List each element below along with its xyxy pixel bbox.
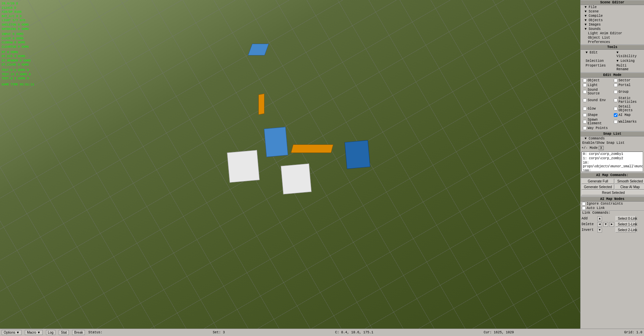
cb-sound-source[interactable]: Sound Source	[582, 88, 612, 96]
tool-multi-rename[interactable]: Multi Rename	[612, 64, 643, 72]
snap-item-1[interactable]: 1: corps\corp_zomby2	[582, 156, 643, 161]
link-delete-left-arrow[interactable]: ◄	[597, 222, 602, 227]
link-add-label: Add	[582, 217, 597, 220]
right-panel: Scene Editor ▼ File ▼ Scene ▼ Compile ▼ …	[580, 0, 644, 329]
cb-portal[interactable]: Portal	[612, 83, 643, 87]
top-menu-section: ▼ File ▼ Scene ▼ Compile ▼ Objects ▼ Ima…	[581, 5, 644, 45]
viewport[interactable]: 28.6/20 D 212416 D AIR/DP 8196 BAT_A/C 0…	[0, 0, 580, 329]
menu-file[interactable]: ▼ File	[581, 5, 644, 9]
tool-edit[interactable]: ▼ Edit	[582, 50, 612, 58]
link-commands-label-row: Link Commands:	[581, 211, 644, 215]
link-delete-label: Delete	[582, 222, 597, 226]
enable-snap-row[interactable]: Enable/Show Snap List	[581, 141, 644, 145]
auto-link-label: Auto Link	[587, 206, 605, 210]
cb-detail-objects[interactable]: Detail Objects	[612, 104, 643, 113]
cb-light[interactable]: Light	[582, 83, 612, 87]
btn-select-0-link[interactable]: Select 0-Link	[615, 216, 636, 221]
btn-select-2-link[interactable]: Select 2-Link	[615, 227, 636, 233]
bottom-stat[interactable]: Stat	[59, 330, 69, 335]
bottom-bar: Options ▼ Macro ▼ Log Stat Break Status:…	[0, 329, 644, 336]
btn-reset-selected[interactable]: Reset Selected	[582, 190, 644, 195]
ai-map-nodes-section: Ignore Constraints Auto Link	[581, 202, 644, 211]
link-commands-section: Add ▲ Select 0-Link Delete ◄ ▼ ► Select …	[581, 215, 644, 234]
snap-item-10[interactable]: 10: props\objects\munor_small\munor_o...	[582, 161, 643, 169]
bottom-cursor-info: C: 8.4, 18.6, 175.1	[335, 331, 374, 334]
cb-shape[interactable]: Shape	[582, 113, 612, 117]
mode-row: +/- Mode X	[581, 145, 644, 151]
link-add-up-arrow[interactable]: ▲	[597, 216, 602, 221]
menu-light-anim[interactable]: Light Anim Editor	[581, 31, 644, 36]
menu-sounds[interactable]: ▼ Sounds	[581, 27, 644, 31]
btn-select-1-link[interactable]: Select 1-Link	[615, 222, 636, 227]
orange-tile-2	[291, 144, 334, 153]
cb-sound-env[interactable]: Sound Env	[582, 96, 612, 104]
ai-map-commands-title: AI Map Commands:	[581, 173, 644, 178]
cb-glow[interactable]: Glow	[582, 104, 612, 113]
bottom-log[interactable]: Log	[46, 330, 56, 335]
menu-compile[interactable]: ▼ Compile	[581, 14, 644, 18]
white-tile-2	[281, 163, 311, 194]
snap-commands[interactable]: ▼ Commands	[581, 136, 644, 141]
tool-properties[interactable]: Properties	[582, 64, 612, 72]
link-invert-label: Invert	[582, 228, 597, 232]
ai-map-nodes-title: AI Map Nodes	[581, 197, 644, 202]
bottom-options[interactable]: Options ▼	[2, 330, 21, 335]
cb-object[interactable]: Object	[582, 78, 612, 83]
btn-generate-selected[interactable]: Generate Selected	[582, 184, 614, 190]
menu-scene[interactable]: ▼ Scene	[581, 9, 644, 14]
menu-preferences[interactable]: Preferences	[581, 40, 644, 44]
link-delete-right-arrow[interactable]: ►	[609, 222, 614, 227]
btn-smooth-selected[interactable]: Smooth Selected	[615, 179, 644, 184]
cb-auto-link[interactable]: Auto Link	[581, 206, 644, 210]
menu-object-list[interactable]: Object List	[581, 36, 644, 40]
blue-tile-main	[264, 127, 288, 157]
main-area: 28.6/20 D 212416 D AIR/DP 8196 BAT_A/C 0…	[0, 0, 644, 329]
edit-mode-title: Edit Mode	[581, 73, 644, 78]
ai-map-commands-section: Generate Full Smooth Selected Generate S…	[581, 178, 644, 197]
scene-title: Scene Editor	[581, 0, 644, 5]
tools-title: Tools	[581, 45, 644, 50]
bottom-macro[interactable]: Macro ▼	[25, 330, 42, 335]
snap-list-section: ▼ Commands Enable/Show Snap List +/- Mod…	[581, 136, 644, 173]
cb-static-particles[interactable]: Static Particles	[612, 96, 643, 104]
link-row-delete: Delete ◄ ▼ ► Select 1-Link	[582, 221, 643, 227]
blue-tile-2	[345, 140, 370, 169]
snap-item-100[interactable]: 100: props\objects\munor_oskolok\mun...	[582, 169, 643, 172]
cb-way-points[interactable]: Way Points	[582, 126, 612, 130]
btn-generate-full[interactable]: Generate Full	[582, 179, 614, 184]
cb-sector[interactable]: Sector	[612, 78, 643, 83]
edit-mode-checkboxes: Object Sector Light Portal Sound Source …	[581, 78, 644, 131]
snap-list-area[interactable]: 0: corps\corp_zomby1 1: corps\corp_zomby…	[582, 152, 643, 172]
mode-x-button[interactable]: X	[599, 146, 604, 150]
link-delete-down-arrow[interactable]: ▼	[603, 222, 608, 227]
link-invert-down-arrow[interactable]: ▼	[597, 228, 602, 233]
enable-snap-label: Enable/Show Snap List	[582, 141, 625, 145]
bottom-cur-info: Cur: 1625, 1029	[484, 331, 514, 334]
btn-clear-ai-map[interactable]: Clear AI Map	[615, 184, 644, 190]
bottom-grid-info: Grid: 1.0	[624, 331, 642, 334]
tools-section: ▼ Edit ▼ Visibility Selection ▼ Locking …	[581, 50, 644, 73]
link-row-add: Add ▲ Select 0-Link	[582, 216, 643, 221]
bottom-set-info: Set: 3	[213, 331, 225, 334]
snap-list-title: Snap List	[581, 131, 644, 136]
tool-selection[interactable]: Selection	[582, 59, 612, 63]
menu-objects[interactable]: ▼ Objects	[581, 18, 644, 23]
ignore-constraints-label: Ignore Constraints	[587, 202, 623, 206]
orange-tile-1	[258, 93, 264, 115]
scene-tiles	[0, 0, 580, 329]
cb-ignore-constraints[interactable]: Ignore Constraints	[581, 202, 644, 206]
cb-spawn-element[interactable]: Spawn Element	[582, 118, 612, 126]
bottom-break[interactable]: Break	[72, 330, 85, 335]
cb-group[interactable]: Group	[612, 88, 643, 96]
mode-label: +/- Mode	[582, 146, 598, 150]
link-commands-label: Link Commands:	[582, 211, 610, 215]
white-tile-1	[227, 150, 260, 183]
selected-tile-blue	[248, 44, 269, 55]
bottom-status-label: Status:	[88, 331, 102, 334]
cb-wallmarks[interactable]: Wallmarks	[612, 118, 643, 126]
snap-item-0[interactable]: 0: corps\corp_zomby1	[582, 152, 643, 156]
cb-ai-map[interactable]: AI Map	[612, 113, 643, 117]
menu-images[interactable]: ▼ Images	[581, 23, 644, 27]
tool-locking[interactable]: ▼ Locking	[612, 59, 643, 63]
tool-visibility[interactable]: ▼ Visibility	[612, 50, 643, 58]
